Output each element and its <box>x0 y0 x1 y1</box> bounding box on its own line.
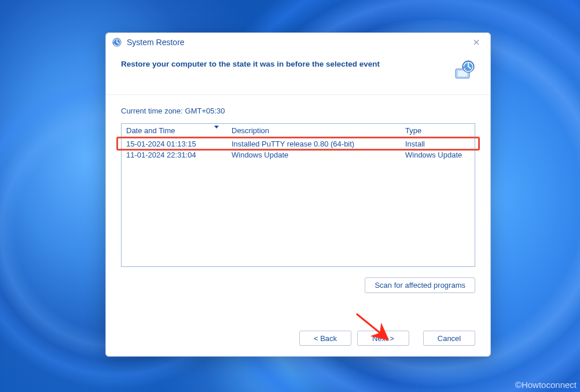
scan-affected-programs-button[interactable]: Scan for affected programs <box>365 277 475 293</box>
table-body: 15-01-2024 01:13:15 Installed PuTTY rele… <box>122 138 475 266</box>
restore-points-table: Date and Time Description Type 15-01-202… <box>121 123 475 267</box>
watermark: ©Howtoconnect <box>515 380 577 390</box>
system-restore-dialog: System Restore Restore your computer to … <box>105 32 491 357</box>
dialog-body: Current time zone: GMT+05:30 Date and Ti… <box>106 95 490 323</box>
cell-date-time: 15-01-2024 01:13:15 <box>122 138 227 149</box>
dialog-titlebar: System Restore <box>106 33 490 52</box>
cell-description: Windows Update <box>227 149 401 160</box>
cell-type: Install <box>401 138 475 149</box>
dialog-title: System Restore <box>127 38 185 47</box>
close-button[interactable] <box>468 36 484 48</box>
cancel-button[interactable]: Cancel <box>423 331 475 346</box>
table-header-row: Date and Time Description Type <box>122 124 475 138</box>
timezone-label: Current time zone: GMT+05:30 <box>121 107 475 115</box>
dialog-header: Restore your computer to the state it wa… <box>106 52 490 95</box>
dialog-footer: < Back Next > Cancel <box>106 323 490 356</box>
column-header-type[interactable]: Type <box>401 124 475 138</box>
cell-date-time: 11-01-2024 22:31:04 <box>122 149 227 160</box>
column-header-description[interactable]: Description <box>227 124 401 138</box>
cell-description: Installed PuTTY release 0.80 (64-bit) <box>227 138 401 149</box>
column-header-date-time[interactable]: Date and Time <box>122 124 227 138</box>
table-row[interactable]: 15-01-2024 01:13:15 Installed PuTTY rele… <box>122 138 475 149</box>
back-button[interactable]: < Back <box>299 331 351 346</box>
system-restore-icon <box>112 37 122 47</box>
next-button[interactable]: Next > <box>357 331 409 346</box>
restore-point-icon <box>452 58 475 82</box>
dialog-heading: Restore your computer to the state it wa… <box>121 58 380 68</box>
cell-type: Windows Update <box>401 149 475 160</box>
table-row[interactable]: 11-01-2024 22:31:04 Windows Update Windo… <box>122 149 475 160</box>
